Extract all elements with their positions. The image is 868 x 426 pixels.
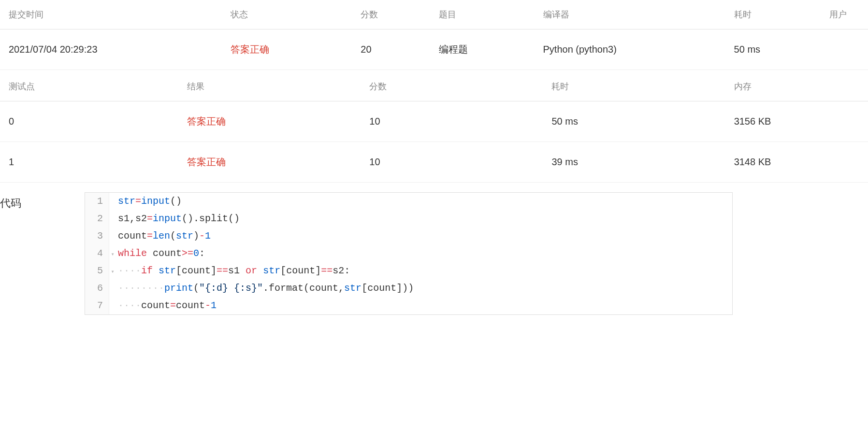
cell-result: 答案正确 xyxy=(182,142,364,183)
line-number: 6 xyxy=(85,280,109,297)
cell-compiler: Python (python3) xyxy=(538,29,729,70)
header-result: 结果 xyxy=(182,72,364,101)
cell-testpoint: 0 xyxy=(0,101,182,142)
code-line: 1str=input() xyxy=(85,193,732,210)
header-tp-time-cost: 耗时 xyxy=(547,72,729,101)
cell-tp-time-cost: 39 ms xyxy=(547,142,729,183)
cell-tp-score: 10 xyxy=(364,101,547,142)
code-editor[interactable]: 1str=input()2s1,s2=input().split()3count… xyxy=(85,192,733,315)
header-submit-time: 提交时间 xyxy=(0,0,226,29)
code-section: 代码 1str=input()2s1,s2=input().split()3co… xyxy=(0,192,868,315)
cell-memory: 3156 KB xyxy=(729,101,868,142)
cell-memory: 3148 KB xyxy=(729,142,868,183)
code-text: while count>=0: xyxy=(116,245,205,262)
code-line: 3count=len(str)-1 xyxy=(85,227,732,245)
cell-time-cost: 50 ms xyxy=(729,29,825,70)
code-text: count=len(str)-1 xyxy=(116,227,211,245)
line-number: 1 xyxy=(85,193,109,210)
code-text: str=input() xyxy=(116,193,182,210)
line-number: 4 xyxy=(85,245,109,262)
code-line: 6········print("{:d} {:s}".format(count,… xyxy=(85,280,732,297)
header-testpoint: 测试点 xyxy=(0,72,182,101)
cell-status: 答案正确 xyxy=(226,29,356,70)
cell-score: 20 xyxy=(356,29,434,70)
cell-user xyxy=(825,29,868,70)
header-tp-score: 分数 xyxy=(364,72,547,101)
line-number: 3 xyxy=(85,227,109,245)
cell-tp-time-cost: 50 ms xyxy=(547,101,729,142)
header-score: 分数 xyxy=(356,0,434,29)
cell-problem: 编程题 xyxy=(434,29,538,70)
line-number: 7 xyxy=(85,297,109,314)
header-user: 用户 xyxy=(825,0,868,29)
submission-table: 提交时间 状态 分数 题目 编译器 耗时 用户 2021/07/04 20:29… xyxy=(0,0,868,70)
testpoint-row: 0答案正确1050 ms3156 KB xyxy=(0,101,868,142)
code-line: 5▾····if str[count]==s1 or str[count]==s… xyxy=(85,262,732,280)
code-text: ····count=count-1 xyxy=(116,297,217,314)
cell-tp-score: 10 xyxy=(364,142,547,183)
code-label: 代码 xyxy=(0,192,85,315)
header-compiler: 编译器 xyxy=(538,0,729,29)
code-text: ····if str[count]==s1 or str[count]==s2: xyxy=(116,262,350,280)
testpoint-table: 测试点 结果 分数 耗时 内存 0答案正确1050 ms3156 KB1答案正确… xyxy=(0,72,868,183)
header-memory: 内存 xyxy=(729,72,868,101)
line-number: 5 xyxy=(85,262,109,280)
testpoint-header-row: 测试点 结果 分数 耗时 内存 xyxy=(0,72,868,101)
testpoint-row: 1答案正确1039 ms3148 KB xyxy=(0,142,868,183)
cell-result: 答案正确 xyxy=(182,101,364,142)
cell-testpoint: 1 xyxy=(0,142,182,183)
header-status: 状态 xyxy=(226,0,356,29)
header-time-cost: 耗时 xyxy=(729,0,825,29)
submission-header-row: 提交时间 状态 分数 题目 编译器 耗时 用户 xyxy=(0,0,868,29)
code-line: 2s1,s2=input().split() xyxy=(85,210,732,227)
cell-submit-time: 2021/07/04 20:29:23 xyxy=(0,29,226,70)
code-line: 4▾while count>=0: xyxy=(85,245,732,262)
fold-toggle-icon[interactable]: ▾ xyxy=(109,267,116,278)
fold-toggle-icon[interactable]: ▾ xyxy=(109,250,116,260)
submission-row: 2021/07/04 20:29:23 答案正确 20 编程题 Python (… xyxy=(0,29,868,70)
line-number: 2 xyxy=(85,210,109,227)
header-problem: 题目 xyxy=(434,0,538,29)
code-text: s1,s2=input().split() xyxy=(116,210,240,227)
code-text: ········print("{:d} {:s}".format(count,s… xyxy=(116,280,414,297)
code-line: 7····count=count-1 xyxy=(85,297,732,314)
